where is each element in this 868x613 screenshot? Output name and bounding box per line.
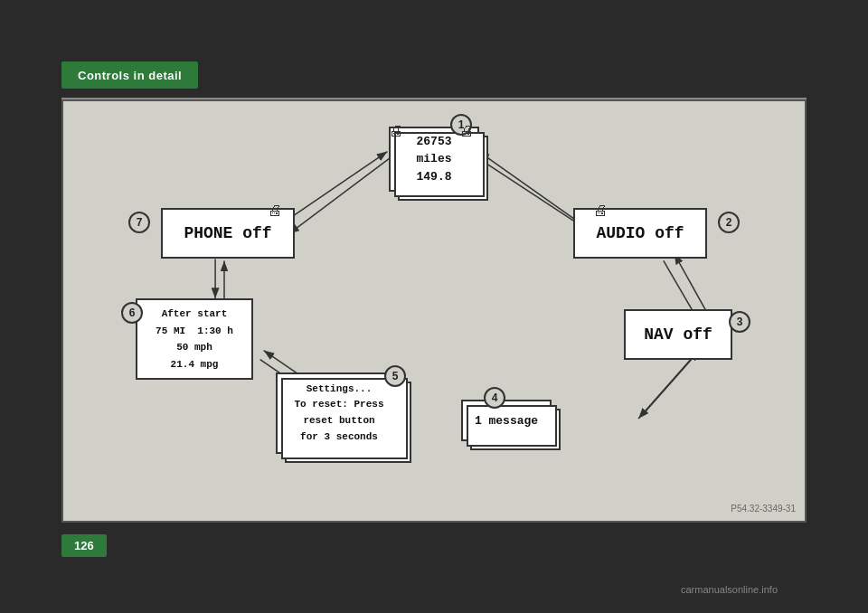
node-settings: Settings... To reset: Press reset button…: [276, 373, 402, 454]
page-number: 126: [61, 534, 107, 557]
printer-icon-phone: 🖨: [268, 203, 282, 219]
settings-line1: Settings...: [294, 382, 383, 398]
nav-label: NAV off: [644, 325, 712, 344]
printer-icon-audio: 🖨: [593, 203, 608, 219]
message-label: 1 message: [475, 414, 538, 428]
section-title: Controls in detail: [78, 69, 182, 82]
stats-line2: 75 MI 1:30 h: [156, 323, 233, 340]
odometer-line2: miles: [416, 150, 451, 168]
circle-6: 6: [121, 302, 143, 324]
svg-line-8: [638, 358, 692, 419]
stats-line1: After start: [156, 306, 233, 323]
svg-line-4: [288, 158, 389, 233]
odometer-line1: 26753: [416, 133, 451, 151]
website-logo: carmanualsonline.info: [681, 584, 778, 595]
circle-2: 2: [718, 212, 740, 233]
stats-line4: 21.4 mpg: [156, 356, 233, 373]
audio-label: AUDIO off: [596, 224, 684, 242]
printer-icon-left: 🖨: [389, 123, 403, 139]
circle-4: 4: [484, 387, 505, 409]
watermark: P54.32-3349-31: [731, 504, 796, 514]
circle-5: 5: [384, 365, 406, 387]
circle-7: 7: [128, 212, 150, 233]
settings-line3: reset button: [294, 413, 383, 429]
svg-line-5: [279, 152, 387, 225]
node-message: 1 message: [461, 400, 552, 441]
settings-line2: To reset: Press: [294, 397, 383, 413]
stats-line3: 50 mph: [156, 339, 233, 356]
svg-line-3: [479, 152, 583, 225]
diagram-area: 26753 miles 149.8 PHONE off AUDIO off NA…: [61, 99, 807, 523]
node-nav: NAV off: [624, 309, 732, 360]
circle-3: 3: [729, 311, 750, 333]
phone-label: PHONE off: [184, 224, 271, 242]
section-header: Controls in detail: [61, 61, 198, 89]
printer-icon-right: 🖨: [459, 123, 474, 139]
settings-line4: for 3 seconds: [294, 429, 383, 446]
odometer-line3: 149.8: [416, 168, 451, 186]
node-stats: After start 75 MI 1:30 h 50 mph 21.4 mpg: [136, 298, 253, 380]
